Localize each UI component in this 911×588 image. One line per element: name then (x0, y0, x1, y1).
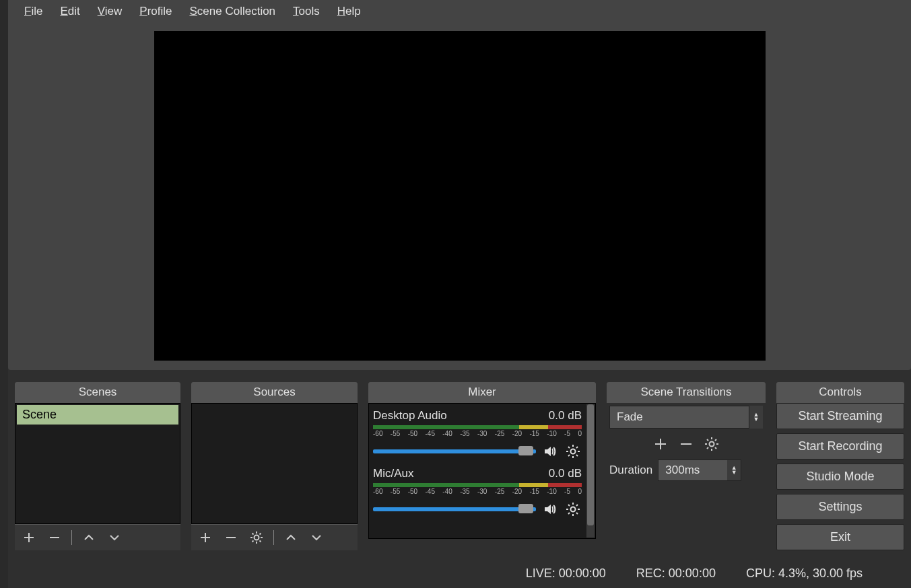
transition-select-spin[interactable]: ▲▼ (749, 406, 763, 429)
exit-button[interactable]: Exit (776, 524, 904, 550)
controls-title: Controls (776, 382, 904, 403)
status-cpu: CPU: 4.3%, 30.00 fps (746, 566, 863, 581)
panels-row: Scenes Scene Sources Mixer (8, 370, 911, 556)
move-scene-down-button[interactable] (106, 529, 123, 546)
channel-db: 0.0 dB (549, 409, 582, 422)
status-rec: REC: 00:00:00 (636, 566, 716, 581)
scenes-list[interactable]: Scene (15, 403, 180, 524)
gear-icon[interactable] (564, 443, 582, 460)
source-properties-button[interactable] (248, 529, 265, 546)
volume-slider[interactable] (373, 449, 536, 453)
scenes-tools (15, 524, 180, 550)
start-streaming-button[interactable]: Start Streaming (776, 403, 904, 429)
meter-marks: -60-55-50-45-40-35-30-25-20-15-10-50 (373, 488, 582, 495)
meter-marks: -60-55-50-45-40-35-30-25-20-15-10-50 (373, 430, 582, 437)
add-scene-button[interactable] (20, 529, 38, 546)
statusbar: LIVE: 00:00:00 REC: 00:00:00 CPU: 4.3%, … (8, 556, 911, 588)
menu-view[interactable]: View (98, 5, 123, 18)
mixer-title: Mixer (368, 382, 596, 403)
duration-label: Duration (609, 464, 652, 477)
remove-source-button[interactable] (222, 529, 240, 546)
scenes-panel: Scenes Scene (15, 382, 180, 550)
menu-help[interactable]: Help (337, 5, 361, 18)
audio-channel: Mic/Aux 0.0 dB -60-55-50-45-40-35-30-25-… (369, 462, 586, 519)
speaker-icon[interactable] (541, 443, 559, 460)
menu-profile[interactable]: Profile (139, 5, 172, 18)
divider (71, 530, 72, 545)
mixer-scrollbar[interactable] (586, 404, 595, 538)
volume-slider[interactable] (373, 507, 536, 511)
menu-tools[interactable]: Tools (293, 5, 320, 18)
volume-meter (373, 425, 582, 429)
add-source-button[interactable] (197, 529, 214, 546)
menu-file[interactable]: File (24, 5, 42, 18)
menu-scene-collection[interactable]: Scene Collection (189, 5, 275, 18)
mixer-panel: Mixer Desktop Audio 0.0 dB -60-55-50-45-… (368, 382, 596, 550)
volume-meter (373, 483, 582, 487)
channel-name: Desktop Audio (373, 409, 447, 422)
channel-db: 0.0 dB (549, 467, 582, 480)
transition-selected: Fade (617, 410, 643, 424)
channel-name: Mic/Aux (373, 467, 413, 480)
remove-transition-button[interactable] (677, 435, 695, 453)
move-source-up-button[interactable] (282, 529, 300, 546)
scene-item[interactable]: Scene (17, 405, 178, 425)
speaker-icon[interactable] (541, 501, 559, 518)
slider-thumb[interactable] (518, 446, 533, 455)
controls-panel: Controls Start Streaming Start Recording… (776, 382, 904, 550)
sources-panel: Sources (191, 382, 358, 550)
preview-canvas[interactable] (154, 31, 766, 361)
transition-select[interactable]: Fade (609, 406, 749, 429)
svg-point-1 (571, 449, 576, 454)
status-live: LIVE: 00:00:00 (526, 566, 606, 581)
studio-mode-button[interactable]: Studio Mode (776, 464, 904, 490)
remove-scene-button[interactable] (46, 529, 63, 546)
add-transition-button[interactable] (652, 435, 669, 453)
divider (273, 530, 274, 545)
slider-thumb[interactable] (518, 504, 533, 513)
sources-title: Sources (191, 382, 358, 403)
svg-point-0 (255, 536, 259, 540)
svg-point-3 (710, 442, 714, 447)
transitions-panel: Scene Transitions Fade ▲▼ Duration 300ms… (607, 382, 766, 550)
mixer-body: Desktop Audio 0.0 dB -60-55-50-45-40-35-… (368, 403, 596, 539)
window-edge (0, 0, 8, 588)
settings-button[interactable]: Settings (776, 494, 904, 520)
start-recording-button[interactable]: Start Recording (776, 433, 904, 460)
menu-edit[interactable]: Edit (60, 5, 79, 18)
scenes-title: Scenes (15, 382, 180, 403)
gear-icon[interactable] (564, 501, 582, 518)
preview-area (8, 23, 911, 370)
transition-properties-button[interactable] (703, 435, 720, 453)
audio-channel: Desktop Audio 0.0 dB -60-55-50-45-40-35-… (369, 404, 586, 462)
move-scene-up-button[interactable] (80, 529, 98, 546)
scrollbar-thumb[interactable] (587, 404, 594, 525)
transitions-title: Scene Transitions (607, 382, 766, 403)
svg-point-2 (571, 507, 576, 512)
sources-list[interactable] (191, 403, 358, 524)
move-source-down-button[interactable] (308, 529, 325, 546)
duration-spin[interactable]: ▲▼ (727, 460, 741, 480)
duration-input[interactable]: 300ms (659, 460, 727, 480)
menubar: File Edit View Profile Scene Collection … (8, 0, 911, 23)
sources-tools (191, 524, 358, 550)
